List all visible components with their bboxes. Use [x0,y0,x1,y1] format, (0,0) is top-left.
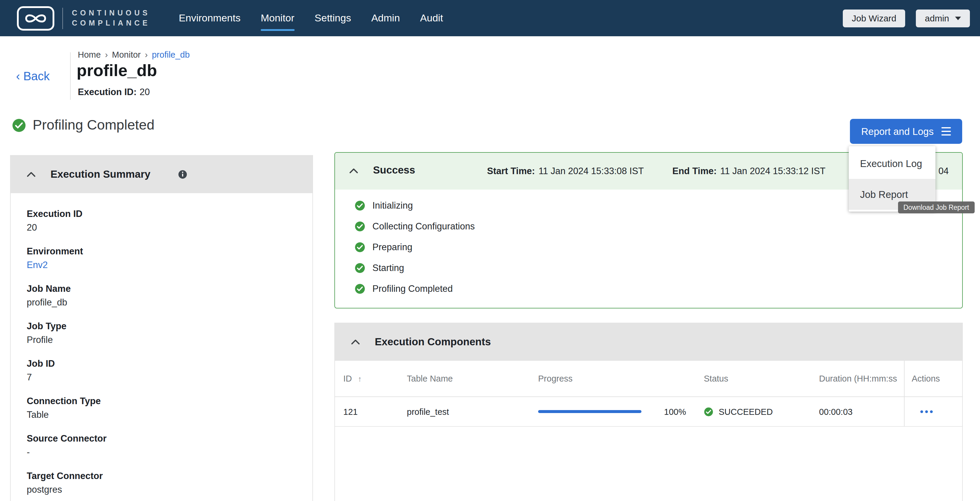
field-value: profile_db [27,296,312,308]
nav-audit[interactable]: Audit [420,9,443,28]
field-label: Target Connector [27,469,312,482]
app-root: CONTINUOUS COMPLIANCE Environments Monit… [0,0,980,501]
menu-item-execution-log[interactable]: Execution Log [849,148,935,179]
step-row: Collecting Configurations [355,216,962,236]
cell-status: SUCCEEDED [704,407,819,416]
breadcrumb-separator: › [105,50,108,59]
column-status[interactable]: Status [704,374,819,383]
nav-monitor[interactable]: Monitor [261,9,294,28]
breadcrumb-current[interactable]: profile_db [152,50,189,59]
cell-id: 121 [343,407,407,416]
table-row: 121 profile_test 100% SUCCEEDED 00:00:03… [335,397,962,427]
sort-ascending-icon[interactable]: ↑ [358,374,362,383]
execution-summary-card: Execution Summary Execution ID 20 Enviro… [10,155,313,501]
collapse-chevron-icon[interactable] [351,339,360,345]
cell-duration: 00:00:03 [819,407,904,416]
job-wizard-button[interactable]: Job Wizard [843,9,905,27]
field-value: Table [27,408,312,421]
cell-table-name: profile_test [407,407,538,416]
field-value: 7 [27,371,312,383]
execution-summary-header: Execution Summary [11,156,312,193]
breadcrumb-separator: › [145,50,148,59]
step-label: Preparing [372,242,412,252]
column-actions: Actions [904,361,962,396]
field-value: postgres [27,483,312,496]
step-check-icon [355,242,365,252]
main-nav: Environments Monitor Settings Admin Audi… [179,9,443,28]
brand-line-2: COMPLIANCE [72,19,150,27]
start-time-label: Start Time: [487,166,535,176]
environment-link[interactable]: Env2 [27,258,312,271]
step-check-icon [355,221,365,231]
start-time: Start Time:11 Jan 2024 15:33:08 IST [487,166,644,177]
execution-summary-title: Execution Summary [51,168,151,181]
field-label: Execution ID [27,207,312,220]
field-value: 20 [27,221,312,234]
duration-truncated-value: 04 [939,166,949,177]
admin-menu-button[interactable]: admin [916,9,970,27]
column-id-label: ID [343,374,352,383]
cell-actions: ••• [904,397,962,426]
success-check-icon [12,118,26,132]
collapse-chevron-icon[interactable] [27,172,36,177]
nav-admin[interactable]: Admin [371,9,400,28]
nav-settings[interactable]: Settings [315,9,351,28]
brand-line-1: CONTINUOUS [72,10,150,17]
summary-field: Connection Type Table [27,395,312,421]
execution-components-title: Execution Components [375,336,491,348]
step-check-icon [355,262,365,273]
brand-logo-icon [17,6,55,30]
step-label: Starting [372,262,404,273]
brand: CONTINUOUS COMPLIANCE [17,6,150,30]
step-check-icon [355,200,365,211]
column-table-name[interactable]: Table Name [407,374,538,383]
execution-components-panel: Execution Components ID ↑ Table Name Pro… [334,323,963,501]
succeeded-check-icon [704,407,713,416]
nav-environments[interactable]: Environments [179,9,240,28]
collapse-chevron-icon[interactable] [349,168,358,174]
breadcrumb-monitor[interactable]: Monitor [112,50,141,59]
end-time-label: End Time: [672,166,717,176]
summary-field: Target Connector postgres [27,469,312,496]
end-time: End Time:11 Jan 2024 15:33:12 IST [672,166,826,177]
progress-percent: 100% [664,407,686,416]
column-progress[interactable]: Progress [538,374,704,383]
column-duration[interactable]: Duration (HH:mm:ss [819,374,904,383]
admin-menu-label: admin [925,13,949,23]
field-label: Connection Type [27,395,312,407]
info-icon[interactable] [178,169,188,179]
start-time-value: 11 Jan 2024 15:33:08 IST [538,166,644,176]
step-row: Preparing [355,236,962,257]
brand-divider [62,8,63,29]
field-label: Job ID [27,357,312,370]
execution-id-value: 20 [140,87,150,97]
header-divider [70,52,71,100]
components-table-header: ID ↑ Table Name Progress Status Duration… [335,361,962,397]
more-actions-icon[interactable]: ••• [912,406,935,417]
summary-field: Job Type Profile [27,320,312,346]
end-time-value: 11 Jan 2024 15:33:12 IST [720,166,826,176]
execution-id-label: Execution ID: [78,87,137,97]
column-id[interactable]: ID ↑ [343,374,407,383]
field-value: - [27,446,312,458]
back-link[interactable]: ‹ Back [16,70,49,83]
step-row: Profiling Completed [355,278,962,299]
status-banner-label: Profiling Completed [33,117,154,133]
field-label: Job Name [27,282,312,295]
breadcrumb-home[interactable]: Home [78,50,101,59]
status-text: SUCCEEDED [719,407,773,416]
job-report-tooltip: Download Job Report [898,201,974,213]
field-label: Job Type [27,320,312,332]
summary-field: Environment Env2 [27,245,312,271]
step-label: Initializing [372,200,413,211]
summary-field: Job ID 7 [27,357,312,383]
step-label: Collecting Configurations [372,221,475,231]
summary-field: Job Name profile_db [27,282,312,308]
execution-id-line: Execution ID:20 [78,87,150,97]
field-label: Environment [27,245,312,257]
page-title: profile_db [76,61,157,80]
field-value: Profile [27,333,312,346]
execution-summary-body: Execution ID 20 Environment Env2 Job Nam… [11,193,312,496]
report-and-logs-button[interactable]: Report and Logs [850,119,962,144]
cell-progress: 100% [538,407,704,416]
